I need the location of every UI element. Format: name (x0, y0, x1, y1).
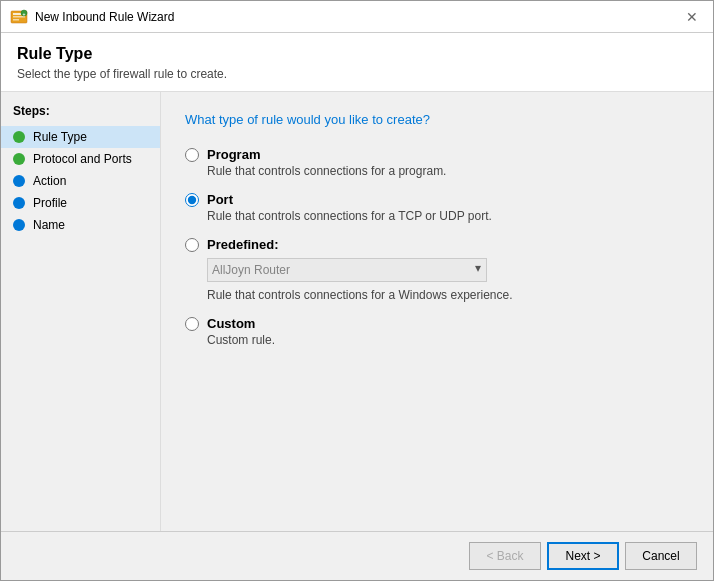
page-header: Rule Type Select the type of firewall ru… (1, 33, 713, 92)
label-custom[interactable]: Custom (207, 316, 255, 331)
window-icon: + (9, 7, 29, 27)
sidebar-label-rule-type: Rule Type (33, 130, 87, 144)
radio-custom[interactable] (185, 317, 199, 331)
dot-profile (13, 197, 25, 209)
sidebar: Steps: Rule Type Protocol and Ports Acti… (1, 92, 161, 531)
window-title: New Inbound Rule Wizard (35, 10, 679, 24)
steps-label: Steps: (1, 104, 160, 126)
option-program-row: Program (185, 147, 689, 162)
main-content: What type of rule would you like to crea… (161, 92, 713, 531)
content-area: Steps: Rule Type Protocol and Ports Acti… (1, 92, 713, 531)
sidebar-label-profile: Profile (33, 196, 67, 210)
option-predefined-row: Predefined: (185, 237, 689, 252)
predefined-select-wrapper: AllJoyn Router BranchCache - Content Ret… (207, 258, 487, 282)
option-predefined: Predefined: AllJoyn Router BranchCache -… (185, 237, 689, 302)
label-predefined[interactable]: Predefined: (207, 237, 279, 252)
option-custom: Custom Custom rule. (185, 316, 689, 347)
radio-group: Program Rule that controls connections f… (185, 147, 689, 347)
svg-rect-1 (13, 13, 21, 15)
sidebar-item-rule-type[interactable]: Rule Type (1, 126, 160, 148)
question-text: What type of rule would you like to crea… (185, 112, 689, 127)
label-port[interactable]: Port (207, 192, 233, 207)
desc-port: Rule that controls connections for a TCP… (207, 209, 689, 223)
back-button[interactable]: < Back (469, 542, 541, 570)
svg-rect-3 (13, 19, 19, 21)
dot-rule-type (13, 131, 25, 143)
dot-protocol-ports (13, 153, 25, 165)
sidebar-label-action: Action (33, 174, 66, 188)
radio-program[interactable] (185, 148, 199, 162)
close-button[interactable]: ✕ (679, 4, 705, 30)
desc-predefined: Rule that controls connections for a Win… (207, 288, 689, 302)
desc-program: Rule that controls connections for a pro… (207, 164, 689, 178)
option-port: Port Rule that controls connections for … (185, 192, 689, 223)
page-title: Rule Type (17, 45, 697, 63)
sidebar-item-name[interactable]: Name (1, 214, 160, 236)
footer: < Back Next > Cancel (1, 531, 713, 580)
option-port-row: Port (185, 192, 689, 207)
option-program: Program Rule that controls connections f… (185, 147, 689, 178)
dot-action (13, 175, 25, 187)
dot-name (13, 219, 25, 231)
cancel-button[interactable]: Cancel (625, 542, 697, 570)
sidebar-item-profile[interactable]: Profile (1, 192, 160, 214)
predefined-dropdown-row: AllJoyn Router BranchCache - Content Ret… (207, 258, 689, 282)
wizard-window: + New Inbound Rule Wizard ✕ Rule Type Se… (0, 0, 714, 581)
radio-predefined[interactable] (185, 238, 199, 252)
option-custom-row: Custom (185, 316, 689, 331)
sidebar-item-protocol-ports[interactable]: Protocol and Ports (1, 148, 160, 170)
title-bar: + New Inbound Rule Wizard ✕ (1, 1, 713, 33)
sidebar-item-action[interactable]: Action (1, 170, 160, 192)
predefined-select[interactable]: AllJoyn Router BranchCache - Content Ret… (207, 258, 487, 282)
sidebar-label-protocol-ports: Protocol and Ports (33, 152, 132, 166)
desc-custom: Custom rule. (207, 333, 689, 347)
next-button[interactable]: Next > (547, 542, 619, 570)
svg-text:+: + (23, 10, 26, 16)
page-subtitle: Select the type of firewall rule to crea… (17, 67, 697, 81)
label-program[interactable]: Program (207, 147, 260, 162)
sidebar-label-name: Name (33, 218, 65, 232)
radio-port[interactable] (185, 193, 199, 207)
